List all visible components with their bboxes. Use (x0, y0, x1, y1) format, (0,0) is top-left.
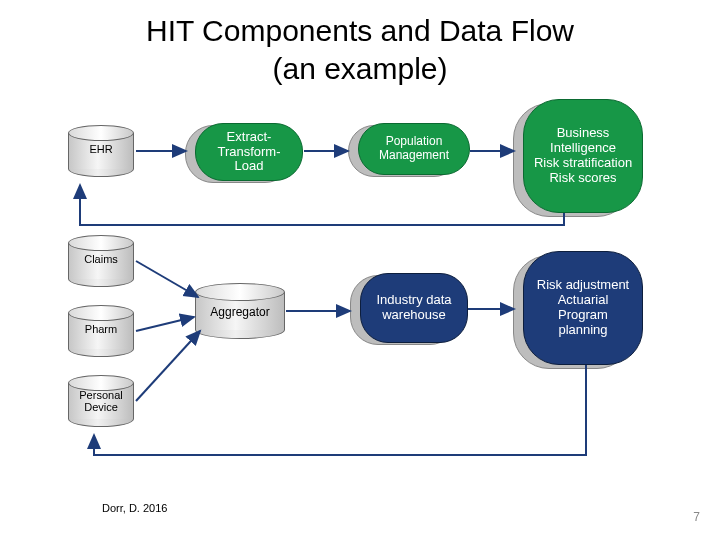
title-line-1: HIT Components and Data Flow (146, 14, 574, 47)
node-aggregator: Aggregator (195, 283, 285, 339)
label-aggregator: Aggregator (195, 305, 285, 319)
page-number: 7 (693, 510, 700, 524)
label-popmgmt: Population Management (367, 135, 461, 163)
slide-title: HIT Components and Data Flow (an example… (0, 0, 720, 87)
node-bi: Business Intelligence Risk stratificatio… (523, 99, 643, 213)
label-pharm: Pharm (68, 323, 134, 335)
node-pharm: Pharm (68, 305, 134, 357)
svg-line-6 (136, 331, 200, 401)
node-ehr: EHR (68, 125, 134, 177)
title-line-2: (an example) (272, 52, 447, 85)
node-idw: Industry data warehouse (360, 273, 468, 343)
node-personal-device: Personal Device (68, 375, 134, 427)
label-etl: Extract-Transform-Load (204, 130, 294, 175)
label-risk: Risk adjustment Actuarial Program planni… (532, 278, 634, 338)
label-personal-device: Personal Device (68, 389, 134, 413)
node-etl: Extract-Transform-Load (195, 123, 303, 181)
svg-line-5 (136, 317, 194, 331)
label-claims: Claims (68, 253, 134, 265)
node-risk: Risk adjustment Actuarial Program planni… (523, 251, 643, 365)
node-claims: Claims (68, 235, 134, 287)
citation: Dorr, D. 2016 (102, 502, 167, 514)
label-idw: Industry data warehouse (369, 293, 459, 323)
svg-line-4 (136, 261, 198, 297)
node-popmgmt: Population Management (358, 123, 470, 175)
diagram-canvas: EHR Claims Pharm Personal Device Extract… (0, 105, 720, 505)
label-bi: Business Intelligence Risk stratificatio… (532, 126, 634, 186)
label-ehr: EHR (68, 143, 134, 155)
